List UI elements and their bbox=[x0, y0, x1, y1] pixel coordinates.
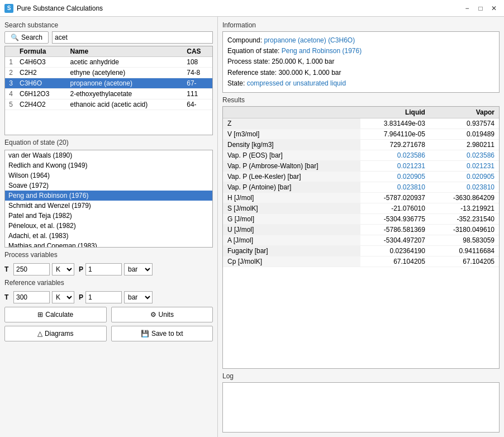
units-button[interactable]: ⚙ Units bbox=[111, 307, 213, 322]
row-formula: C3H6O bbox=[16, 78, 67, 89]
eos-list-item[interactable]: Mathias and Copeman (1983) bbox=[5, 241, 212, 248]
eos-list-item[interactable]: Patel and Teja (1982) bbox=[5, 211, 212, 221]
result-vapor: 98.583059 bbox=[430, 235, 499, 245]
search-button[interactable]: 🔍 Search bbox=[4, 31, 49, 44]
row-num: 4 bbox=[5, 89, 16, 99]
ref-t-unit-select[interactable]: K°C°F bbox=[52, 291, 74, 303]
result-vapor: -3630.864209 bbox=[430, 192, 499, 203]
units-label: Units bbox=[159, 311, 174, 319]
table-row[interactable]: 2 C2H2 ethyne (acetylene) 74-8 bbox=[5, 68, 212, 78]
results-row: Z 3.831449e-03 0.937574 bbox=[223, 118, 499, 129]
row-num: 1 bbox=[5, 57, 16, 68]
main-layout: Search substance 🔍 Search Formula Name C bbox=[0, 17, 504, 437]
log-section: Log bbox=[222, 372, 500, 433]
result-name: H [J/mol] bbox=[223, 192, 360, 203]
eos-list: van der Waals (1890)Redlich and Kwong (1… bbox=[4, 150, 213, 248]
result-name: S [J/molK] bbox=[223, 203, 360, 213]
reference-variables-section: Reference variables T K°C°F P barPaMPaat… bbox=[4, 279, 213, 303]
info-section-label: Information bbox=[222, 21, 500, 29]
process-t-input[interactable] bbox=[13, 263, 50, 276]
result-vapor: 0.021231 bbox=[430, 160, 499, 171]
eos-list-item[interactable]: Wilson (1964) bbox=[5, 170, 212, 180]
process-t-unit-select[interactable]: K°C°F bbox=[52, 263, 74, 276]
calculate-label: Calculate bbox=[45, 311, 73, 319]
result-name: V [m3/mol] bbox=[223, 129, 360, 139]
table-row[interactable]: 4 C6H12O3 2-ethoxyethylacetate 111 bbox=[5, 89, 212, 99]
maximize-button[interactable]: □ bbox=[475, 3, 486, 14]
table-row[interactable]: 5 C2H4O2 ethanoic acid (acetic acid) 64- bbox=[5, 99, 212, 110]
search-icon: 🔍 bbox=[11, 34, 19, 41]
table-row[interactable]: 1 C4H6O3 acetic anhydride 108 bbox=[5, 57, 212, 68]
substance-table: Formula Name CAS 1 C4H6O3 acetic anhydri… bbox=[5, 46, 212, 110]
results-col-liquid: Liquid bbox=[360, 107, 430, 118]
calculate-button[interactable]: ⊞ Calculate bbox=[4, 307, 107, 322]
results-section: Results Liquid Vapor Z 3.831449e-03 0.93… bbox=[222, 96, 500, 369]
result-name: Vap. P (Lee-Kesler) [bar] bbox=[223, 171, 360, 182]
row-formula: C6H12O3 bbox=[16, 89, 67, 99]
eos-list-item[interactable]: Schmidt and Wenzel (1979) bbox=[5, 201, 212, 211]
app-title: Pure Substance Calculations bbox=[17, 4, 458, 12]
process-line: Process state: 250.000 K, 1.000 bar bbox=[227, 56, 495, 67]
search-button-label: Search bbox=[21, 34, 42, 41]
ref-p-label: P bbox=[79, 293, 83, 301]
close-button[interactable]: ✕ bbox=[488, 3, 500, 14]
ref-line: Reference state: 300.000 K, 1.000 bar bbox=[227, 68, 495, 78]
state-line: State: compressed or unsaturated liquid bbox=[227, 78, 495, 89]
reference-variables-label: Reference variables bbox=[4, 279, 213, 287]
eos-section: Equation of state (20) van der Waals (18… bbox=[4, 139, 213, 248]
calculate-icon: ⊞ bbox=[37, 311, 43, 319]
row-name: 2-ethoxyethylacetate bbox=[67, 89, 184, 99]
save-to-txt-button[interactable]: 💾 Save to txt bbox=[111, 326, 213, 341]
result-vapor: 0.937574 bbox=[430, 118, 499, 129]
eos-list-item[interactable]: Adachi, et al. (1983) bbox=[5, 231, 212, 241]
result-liquid: -21.076010 bbox=[360, 203, 430, 213]
result-liquid: 0.021231 bbox=[360, 160, 430, 171]
save-label: Save to txt bbox=[151, 330, 183, 338]
row-num: 5 bbox=[5, 99, 16, 110]
row-name: acetic anhydride bbox=[67, 57, 184, 68]
result-liquid: 0.02364190 bbox=[360, 245, 430, 256]
compound-value: propanone (acetone) (C3H6O) bbox=[264, 36, 355, 44]
eos-list-item[interactable]: van der Waals (1890) bbox=[5, 150, 212, 160]
title-bar: S Pure Substance Calculations − □ ✕ bbox=[0, 0, 504, 17]
ref-t-input[interactable] bbox=[13, 291, 50, 303]
reference-var-row: T K°C°F P barPaMPaatm bbox=[4, 291, 213, 303]
eos-list-item[interactable]: Redlich and Kwong (1949) bbox=[5, 160, 212, 170]
results-row: G [J/mol] -5304.936775 -352.231540 bbox=[223, 213, 499, 224]
diagrams-button[interactable]: △ Diagrams bbox=[4, 326, 107, 341]
result-vapor: -3180.049610 bbox=[430, 224, 499, 235]
results-row: Vap. P (Ambrose-Walton) [bar] 0.021231 0… bbox=[223, 160, 499, 171]
result-liquid: 0.023810 bbox=[360, 182, 430, 192]
process-p-label: P bbox=[79, 265, 83, 273]
result-vapor: 0.94116684 bbox=[430, 245, 499, 256]
row-num: 2 bbox=[5, 68, 16, 78]
search-input[interactable] bbox=[52, 31, 213, 44]
result-liquid: -5787.020937 bbox=[360, 192, 430, 203]
row-formula: C2H4O2 bbox=[16, 99, 67, 110]
ref-p-unit-select[interactable]: barPaMPaatm bbox=[124, 291, 153, 303]
ref-p-input[interactable] bbox=[85, 291, 122, 303]
save-icon: 💾 bbox=[141, 330, 149, 338]
result-vapor: 0.023810 bbox=[430, 182, 499, 192]
row-name: ethanoic acid (acetic acid) bbox=[67, 99, 184, 110]
process-p-unit-select[interactable]: barPaMPaatm bbox=[124, 263, 153, 276]
info-box: Compound: propanone (acetone) (C3H6O) Eq… bbox=[222, 31, 500, 93]
result-name: Density [kg/m3] bbox=[223, 139, 360, 150]
row-name: propanone (acetone) bbox=[67, 78, 184, 89]
eos-list-item[interactable]: Soave (1972) bbox=[5, 180, 212, 191]
results-row: Cp [J/molK] 67.104205 67.104205 bbox=[223, 256, 499, 267]
row-cas: 67- bbox=[183, 78, 212, 89]
results-section-label: Results bbox=[222, 96, 500, 104]
minimize-button[interactable]: − bbox=[462, 3, 473, 14]
eos-list-item[interactable]: Peng and Robinson (1976) bbox=[5, 191, 212, 201]
result-name: Vap. P (Antoine) [bar] bbox=[223, 182, 360, 192]
eos-wrapper: van der Waals (1890)Redlich and Kwong (1… bbox=[4, 150, 213, 248]
right-panel: Information Compound: propanone (acetone… bbox=[218, 17, 504, 437]
search-section-label: Search substance bbox=[4, 21, 213, 29]
result-vapor: -352.231540 bbox=[430, 213, 499, 224]
left-panel: Search substance 🔍 Search Formula Name C bbox=[0, 17, 218, 437]
table-row[interactable]: 3 C3H6O propanone (acetone) 67- bbox=[5, 78, 212, 89]
result-name: Z bbox=[223, 118, 360, 129]
eos-list-item[interactable]: Péneloux, et al. (1982) bbox=[5, 221, 212, 231]
process-p-input[interactable] bbox=[85, 263, 122, 276]
